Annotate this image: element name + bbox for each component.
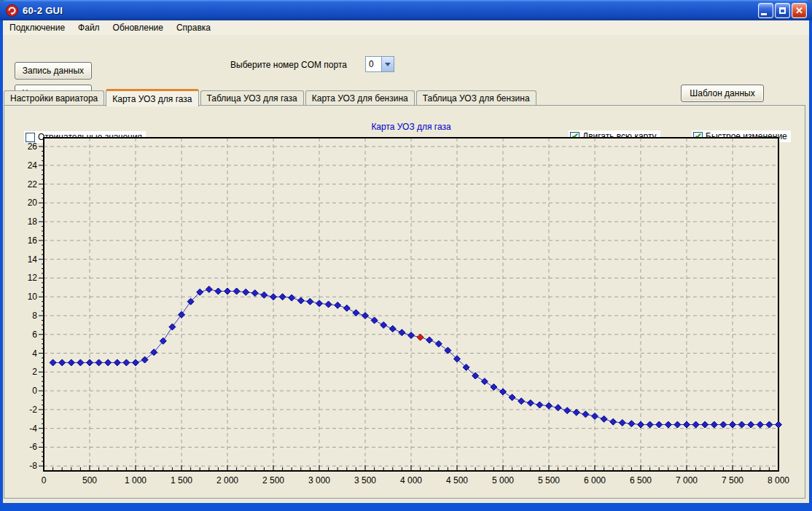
com-port-label: Выберите номер COM порта [230, 60, 347, 70]
x-axis-label: 0 [42, 475, 47, 485]
y-axis-label: 18 [28, 217, 38, 227]
x-axis-label: 1 500 [171, 475, 192, 485]
app-window: 60-2 GUI ✕ Подключение Файл Обновление С… [0, 0, 812, 511]
tab-gas-table[interactable]: Таблица УОЗ для газа [200, 90, 304, 106]
tab-variator-settings[interactable]: Настройки вариатора [4, 90, 104, 106]
ignition-map-chart[interactable]: -8-6-4-20246810121416182022242605001 000… [0, 135, 812, 503]
x-axis-label: 5 500 [538, 475, 560, 485]
com-port-value: 0 [366, 57, 381, 71]
window-title: 60-2 GUI [23, 5, 758, 16]
tab-petrol-map[interactable]: Карта УОЗ для бензина [305, 90, 415, 106]
x-axis-label: 1 000 [125, 475, 147, 485]
close-icon: ✕ [795, 6, 803, 15]
y-axis-label: 24 [28, 160, 38, 171]
y-axis-label: -2 [29, 405, 37, 415]
x-axis-label: 8 000 [768, 475, 789, 485]
y-axis-label: 4 [32, 348, 37, 359]
write-data-button[interactable]: Запись данных [15, 62, 92, 79]
template-data-button[interactable]: Шаблон данных [681, 85, 764, 102]
minimize-icon [761, 13, 767, 15]
x-axis-label: 4 500 [446, 475, 468, 485]
x-axis-label: 2 500 [262, 475, 284, 485]
close-button[interactable]: ✕ [792, 3, 807, 18]
y-axis-label: -6 [29, 442, 37, 452]
title-bar[interactable]: 60-2 GUI ✕ [0, 0, 812, 20]
x-axis-label: 5 000 [492, 475, 514, 485]
menu-update[interactable]: Обновление [106, 20, 170, 35]
y-axis-label: -8 [29, 461, 37, 471]
com-port-select[interactable]: 0 [365, 56, 394, 72]
menu-bar: Подключение Файл Обновление Справка [3, 20, 809, 35]
y-axis-label: -4 [29, 424, 37, 434]
minimize-button[interactable] [758, 3, 773, 18]
maximize-button[interactable] [775, 3, 790, 18]
x-axis-label: 6 000 [584, 475, 606, 485]
x-axis-label: 3 000 [308, 475, 330, 485]
x-axis-label: 7 000 [676, 475, 698, 485]
y-axis-label: 26 [28, 141, 38, 152]
x-axis-label: 500 [82, 475, 97, 485]
x-axis-label: 7 500 [722, 475, 743, 485]
menu-help[interactable]: Справка [170, 20, 217, 35]
menu-file[interactable]: Файл [71, 20, 106, 35]
y-axis-label: 2 [32, 367, 37, 377]
x-axis-label: 3 500 [354, 475, 376, 485]
x-axis-label: 6 500 [630, 475, 652, 485]
y-axis-label: 6 [32, 329, 37, 340]
tab-gas-map[interactable]: Карта УОЗ для газа [106, 89, 198, 106]
x-axis-label: 4 000 [400, 475, 422, 485]
y-axis-label: 12 [28, 273, 38, 283]
y-axis-label: 16 [28, 235, 38, 246]
y-axis-label: 20 [28, 198, 38, 208]
tab-strip: Настройки вариатора Карта УОЗ для газа Т… [4, 88, 538, 106]
tab-petrol-table[interactable]: Таблица УОЗ для бензина [416, 90, 536, 106]
y-axis-label: 10 [28, 292, 38, 302]
chart-svg[interactable]: -8-6-4-20246810121416182022242605001 000… [0, 135, 812, 503]
y-axis-label: 8 [32, 311, 37, 321]
y-axis-label: 0 [32, 386, 37, 396]
chevron-down-icon[interactable] [381, 57, 394, 71]
y-axis-label: 14 [28, 254, 38, 265]
chart-title: Карта УОЗ для газа [5, 122, 812, 132]
x-axis-label: 2 000 [216, 475, 238, 485]
maximize-icon [779, 7, 786, 14]
app-icon [6, 4, 18, 17]
y-axis-label: 22 [28, 179, 38, 190]
menu-connection[interactable]: Подключение [3, 20, 71, 35]
